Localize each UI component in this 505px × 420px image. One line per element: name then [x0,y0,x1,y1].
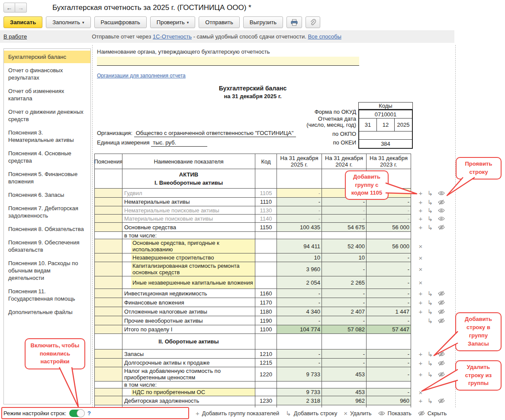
sidebar-item[interactable]: Бухгалтерский баланс [4,51,90,63]
value-cell[interactable]: 9 733 [277,367,322,382]
hide-row-icon[interactable] [436,199,447,205]
value-cell[interactable]: - [277,349,322,359]
add-row-icon[interactable]: ↳ [425,299,436,306]
delete-row-icon[interactable]: × [417,266,425,273]
add-group-icon[interactable]: + [417,398,425,404]
add-group-icon[interactable]: + [417,215,425,222]
sidebar-item[interactable]: Пояснения 6. Запасы [4,189,90,201]
sidebar-item[interactable]: Отчет об изменениях капитала [4,85,90,105]
value-cell[interactable]: 9 733 [277,388,322,396]
value-cell[interactable]: - [367,298,411,307]
value-cell[interactable]: 10 [322,253,367,262]
value-cell[interactable]: - [322,262,367,276]
value-cell[interactable]: - [367,349,411,359]
delete-row-icon[interactable]: × [417,243,425,250]
add-group-icon[interactable]: + [417,299,425,306]
show-row-icon[interactable] [378,410,385,416]
value-cell[interactable]: - [367,388,411,396]
hide-row-icon[interactable] [436,318,447,324]
export-button[interactable]: Выгрузить [243,16,283,28]
legend-item[interactable]: Показать [378,410,412,417]
sub-row-name[interactable]: Незавершенное строительство [131,253,255,262]
value-cell[interactable]: 57 447 [367,325,411,334]
hide-row-icon[interactable] [436,398,447,404]
value-cell[interactable]: - [322,316,367,325]
sidebar-item[interactable]: Пояснения 4. Основные средства [4,147,90,167]
value-cell[interactable]: - [277,189,322,198]
value-cell[interactable]: - [322,206,367,215]
add-group-icon[interactable]: + [417,360,425,366]
sub-row-name[interactable]: Основные средства, пригодные к использов… [131,239,255,253]
show-row-icon[interactable] [436,190,447,196]
decode-button[interactable]: Расшифровать [94,16,147,28]
value-cell[interactable]: 2 054 [277,276,322,289]
value-cell[interactable]: - [367,206,411,215]
right-splitter[interactable] [455,45,456,407]
sidebar-item[interactable]: Пояснения 11. Государственная помощь [4,285,90,305]
attachments-button[interactable] [306,16,320,28]
all-methods-link[interactable]: Все способы [308,33,341,40]
value-cell[interactable]: - [277,215,322,223]
value-cell[interactable]: - [367,367,411,382]
add-group-icon[interactable]: + [417,290,425,297]
legend-item[interactable]: ↳Добавить строку [286,410,337,417]
value-cell[interactable]: - [322,289,367,298]
value-cell[interactable]: 56 000 [367,239,411,253]
value-cell[interactable]: 57 082 [322,325,367,334]
add-row-icon[interactable]: ↳ [425,290,436,297]
hide-row-icon[interactable] [436,224,447,230]
value-cell[interactable]: 2 407 [322,307,367,316]
add-group-icon[interactable]: + [417,190,425,196]
fill-button[interactable]: Заполнить▾ [46,16,90,28]
add-row-icon[interactable]: ↳ [425,224,436,231]
value-cell[interactable]: - [322,298,367,307]
sidebar-item[interactable]: Пояснения 3. Нематериальные активы [4,126,90,146]
value-cell[interactable]: 453 [322,367,367,382]
organization-value[interactable]: Общество с ограниченной ответственностью… [134,130,296,137]
add-row-icon[interactable]: ↳ [425,190,436,196]
sidebar-item[interactable]: Пояснения 8. Обязательства [4,223,90,235]
delete-row-icon[interactable]: × [417,255,425,261]
add-row-icon[interactable]: ↳ [425,207,436,214]
sidebar-item[interactable]: Пояснения 10. Расходы по обычным видам д… [4,257,90,284]
value-cell[interactable]: - [367,262,411,276]
add-row-icon[interactable]: ↳ [425,199,436,205]
add-row-icon[interactable]: ↳ [425,308,436,315]
value-cell[interactable]: 52 400 [322,239,367,253]
save-button[interactable]: Записать [3,16,42,28]
value-cell[interactable]: - [367,316,411,325]
value-cell[interactable]: 104 774 [277,325,322,334]
add-group-icon[interactable]: + [417,371,425,378]
value-cell[interactable]: - [367,215,411,223]
1c-reporting-link[interactable]: 1С-Отчетность [153,33,192,40]
sidebar-item[interactable]: Пояснения 7. Дебиторская задолженность [4,202,90,222]
hide-row-icon[interactable] [418,410,425,416]
value-cell[interactable]: 3 960 [277,262,322,276]
sub-row-name[interactable]: Капитализированная стоимость ремонта осн… [131,262,255,276]
value-cell[interactable]: 56 000 [367,223,411,232]
sub-row-name[interactable]: Иные незавершенные капитальные вложения [131,276,255,289]
value-cell[interactable]: 4 340 [277,307,322,316]
value-cell[interactable]: - [277,298,322,307]
value-cell[interactable]: - [277,316,322,325]
add-group-icon[interactable]: + [196,410,199,417]
show-row-icon[interactable] [436,216,447,221]
forward-button[interactable]: → [15,3,27,13]
hide-row-icon[interactable] [436,300,447,305]
value-cell[interactable]: - [277,359,322,367]
value-cell[interactable]: - [367,289,411,298]
sidebar-item[interactable]: Отчет о движении денежных средств [4,106,90,125]
add-row-icon[interactable]: ↳ [425,215,436,222]
add-group-icon[interactable]: + [417,308,425,315]
sidebar-item[interactable]: Дополнительные файлы [4,306,90,318]
value-cell[interactable]: - [277,289,322,298]
hide-row-icon[interactable] [436,351,447,357]
value-cell[interactable]: 10 [277,253,322,262]
sub-row-name[interactable]: НДС по приобретенным ОС [131,388,255,396]
sidebar-splitter[interactable] [92,45,93,407]
add-group-icon[interactable]: + [417,199,425,205]
unit-value[interactable]: тыс. руб. [151,139,207,147]
value-cell[interactable]: - [322,359,367,367]
delete-row-icon[interactable]: × [417,389,425,396]
value-cell[interactable]: - [277,198,322,206]
